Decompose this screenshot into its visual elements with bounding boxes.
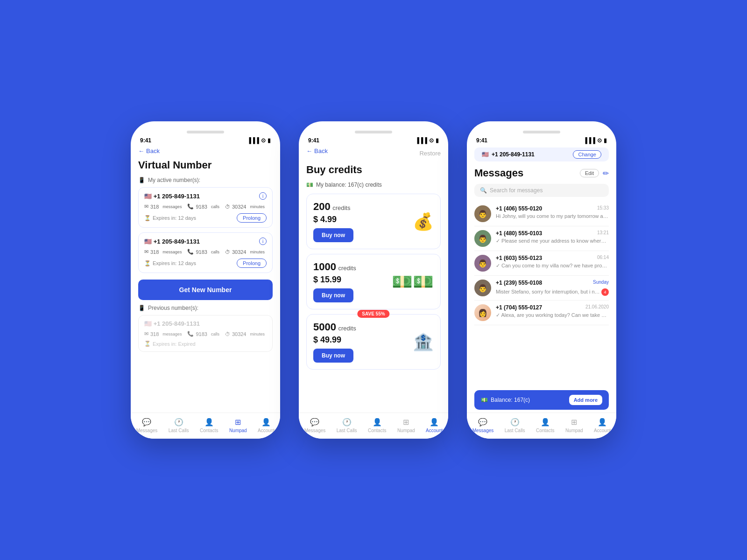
buy-now-button-5000[interactable]: Buy now <box>313 349 353 363</box>
nav-numpad-2[interactable]: ⊞ Numpad <box>397 418 415 433</box>
hourglass-icon-2: ⏳ <box>144 260 151 266</box>
messages-header: Messages Edit ✏ <box>467 167 616 179</box>
minutes-stat-icon: ⏱ <box>225 204 230 210</box>
nav-messages-3[interactable]: 💬 Messages <box>472 418 494 433</box>
hourglass-icon-1: ⏳ <box>144 215 151 221</box>
nav-contacts-2[interactable]: 👤 Contacts <box>368 418 386 433</box>
messages-nav-icon: 💬 <box>142 418 151 427</box>
money-illustration-200: 💰 <box>413 212 434 231</box>
phone-messages: 9:41 ▐▐▐ ⊙ ▮ 🇺🇸 +1 205-849-1131 Change M… <box>467 121 616 439</box>
nav-lastcalls-2[interactable]: 🕐 Last Calls <box>337 418 357 433</box>
minutes-stat-icon-2: ⏱ <box>225 249 230 255</box>
back-button-2[interactable]: ← Back <box>306 147 328 154</box>
balance-amount: Balance: 167(c) <box>491 397 530 403</box>
number-footer-1: ⏳ Expires in: 12 days Prolong <box>144 213 267 223</box>
messages-title: Messages <box>474 167 523 179</box>
back-arrow-icon-2: ← <box>306 147 312 154</box>
nav-account-2[interactable]: 👤 Account <box>426 418 443 433</box>
message-item-2[interactable]: 👨 +1 (603) 555-0123 06:14 ✓ Can you come… <box>474 251 609 276</box>
contact-name-4: +1 (704) 555-0127 <box>496 304 542 311</box>
messages-nav-icon-3: 💬 <box>478 418 487 427</box>
credit-amount-5000: 5000 credits <box>313 321 356 333</box>
nav-numpad-3[interactable]: ⊞ Numpad <box>565 418 583 433</box>
contact-name-2: +1 (603) 555-0123 <box>496 255 542 261</box>
prev-messages-stat: ✉ 318 messages <box>144 331 182 337</box>
signal-icon: ▐▐▐ <box>247 137 259 144</box>
previous-phone-icon: 📱 <box>138 305 145 311</box>
buy-now-button-200[interactable]: Buy now <box>313 228 353 242</box>
minutes-stat-1: ⏱ 30324 minutes <box>225 203 265 210</box>
prolong-button-2[interactable]: Prolong <box>237 259 267 268</box>
message-time-1: 13:21 <box>597 230 609 237</box>
number-stats-1: ✉ 318 messages 📞 9183 calls ⏱ 30324 minu… <box>144 203 267 210</box>
info-icon-1[interactable]: i <box>259 192 267 200</box>
nav-lastcalls-1[interactable]: 🕐 Last Calls <box>169 418 189 433</box>
back-button[interactable]: ← Back <box>138 147 273 154</box>
phone-notch-2 <box>355 131 392 133</box>
previous-section-label: 📱 Previous number(s): <box>138 305 273 311</box>
credit-card-200: 200 credits $ 4.99 Buy now 💰 <box>306 194 441 249</box>
credit-card-1000-left: 1000 credits $ 15.99 Buy now <box>313 261 356 302</box>
nav-messages-1[interactable]: 💬 Messages <box>136 418 158 433</box>
lastcalls-nav-icon-3: 🕐 <box>510 418 520 427</box>
calls-stat-2: 📞 9183 calls <box>187 249 219 255</box>
messages-stat-1: ✉ 318 messages <box>144 203 182 210</box>
buy-now-button-1000[interactable]: Buy now <box>313 288 353 302</box>
edit-button[interactable]: Edit <box>580 169 599 177</box>
unread-badge-3: 4 <box>601 288 609 296</box>
time-display-3: 9:41 <box>476 137 487 144</box>
wifi-icon-3: ⊙ <box>597 137 602 144</box>
nav-numpad-1[interactable]: ⊞ Numpad <box>229 418 247 433</box>
balance-left: 💵 Balance: 167(c) <box>481 397 530 403</box>
buy-credits-title: Buy credits <box>306 164 441 176</box>
message-item-3[interactable]: 👨 +1 (239) 555-0108 Sunday Mister Stefan… <box>474 276 609 301</box>
message-top-3: +1 (239) 555-0108 Sunday <box>496 280 609 286</box>
nav-account-1[interactable]: 👤 Account <box>258 418 275 433</box>
previous-number-card: 🇺🇸 +1 205-849-1131 ✉ 318 messages 📞 9183… <box>138 315 273 352</box>
time-display: 9:41 <box>140 137 151 144</box>
nav-lastcalls-3[interactable]: 🕐 Last Calls <box>505 418 525 433</box>
message-time-3: Sunday <box>593 280 609 286</box>
prolong-button-1[interactable]: Prolong <box>237 213 267 223</box>
minutes-stat-2: ⏱ 30324 minutes <box>225 249 265 255</box>
nav-messages-2[interactable]: 💬 Messages <box>304 418 326 433</box>
prev-hourglass-icon: ⏳ <box>144 341 151 347</box>
battery-icon: ▮ <box>268 137 271 144</box>
flag-icon-1: 🇺🇸 <box>144 193 152 200</box>
nav-contacts-1[interactable]: 👤 Contacts <box>200 418 218 433</box>
get-new-number-button[interactable]: Get New Number <box>138 280 273 300</box>
numpad-nav-icon-2: ⊞ <box>403 418 409 427</box>
change-number-button[interactable]: Change <box>573 150 601 159</box>
number-footer-2: ⏳ Expires in: 12 days Prolong <box>144 259 267 268</box>
message-preview-3: Mister Stefano, sorry for interruption, … <box>496 289 601 294</box>
credit-card-5000: SAVE 55% 5000 credits $ 49.99 Buy now 🏦 <box>306 314 441 370</box>
compose-icon[interactable]: ✏ <box>603 169 609 178</box>
message-preview-4: ✓ Alexa, are you working today? Can we t… <box>496 312 609 318</box>
message-item-4[interactable]: 👩 +1 (704) 555-0127 21.06.2020 ✓ Alexa, … <box>474 301 609 325</box>
contacts-nav-icon-3: 👤 <box>541 418 550 427</box>
info-icon-2[interactable]: i <box>259 238 267 245</box>
active-number-card-1: 🇺🇸 +1 205-849-1131 i ✉ 318 messages 📞 91… <box>138 187 273 228</box>
message-item-1[interactable]: 👨 +1 (480) 555-0103 13:21 ✓ Please send … <box>474 226 609 251</box>
active-section-label: 📱 My active number(s): <box>138 177 273 183</box>
save-badge: SAVE 55% <box>357 310 389 318</box>
message-content-1: +1 (480) 555-0103 13:21 ✓ Please send me… <box>496 230 609 244</box>
avatar-2: 👨 <box>474 255 491 272</box>
lastcalls-nav-icon: 🕐 <box>174 418 183 427</box>
nav-contacts-3[interactable]: 👤 Contacts <box>536 418 554 433</box>
phone-virtual-number: 9:41 ▐▐▐ ⊙ ▮ ← Back Virtual Number 📱 My … <box>131 121 280 439</box>
message-item-0[interactable]: 👨 +1 (406) 555-0120 15:33 Hi Johny, will… <box>474 202 609 226</box>
numpad-nav-icon-3: ⊞ <box>571 418 577 427</box>
credit-card-5000-left: 5000 credits $ 49.99 Buy now <box>313 321 356 363</box>
calls-stat-1: 📞 9183 calls <box>187 203 219 210</box>
phone-notch-3 <box>523 131 560 133</box>
nav-account-3[interactable]: 👤 Account <box>594 418 611 433</box>
restore-button[interactable]: Restore <box>419 150 441 157</box>
credit-amount-200: 200 credits <box>313 201 353 213</box>
battery-icon-2: ▮ <box>436 137 439 144</box>
time-display-2: 9:41 <box>308 137 319 144</box>
balance-footer-icon: 💵 <box>481 397 488 403</box>
add-more-button[interactable]: Add more <box>569 395 602 405</box>
status-icons: ▐▐▐ ⊙ ▮ <box>247 137 271 144</box>
search-bar[interactable]: 🔍 Search for messages <box>474 184 609 197</box>
